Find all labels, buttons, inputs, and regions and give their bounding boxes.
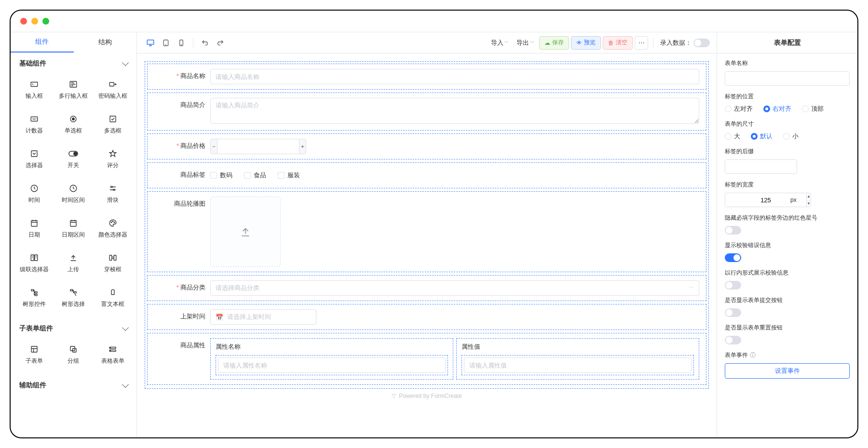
checkbox-box-icon [244,172,251,179]
component-label: 评分 [107,161,119,170]
cascader-icon [30,253,39,263]
component-radio[interactable]: 单选框 [54,109,94,139]
color-icon [108,218,117,228]
component-tree[interactable]: 树形控件 [14,283,54,313]
step-up-icon[interactable]: ▲ [807,193,811,200]
label-pos-left[interactable]: 左对齐 [725,105,753,113]
form-name-label: 表单名称 [725,59,850,67]
design-canvas[interactable]: *商品名称 商品简介 *商品价格 － ＋ [137,53,717,437]
counter-decrease-button[interactable]: － [210,139,217,154]
component-tree-select[interactable]: 树形选择 [54,283,94,313]
step-down-icon[interactable]: ▼ [807,200,811,207]
group-subform-header[interactable]: 子表单组件 [11,317,136,340]
label-width-stepper[interactable]: ▲▼ [725,193,787,207]
component-transfer[interactable]: 穿梭框 [93,248,133,278]
product-brief-textarea[interactable] [210,98,699,124]
field-product-carousel[interactable]: 商品轮播图 [147,191,706,272]
form-name-input[interactable] [725,71,850,86]
device-mobile-icon[interactable] [175,36,188,50]
show-submit-switch[interactable] [725,308,741,317]
device-desktop-icon[interactable] [144,36,157,50]
field-product-price[interactable]: *商品价格 － ＋ [147,133,706,159]
component-upload[interactable]: 上传 [54,248,94,278]
preview-button[interactable]: 👁预览 [571,36,601,50]
component-switch[interactable]: 开关 [54,144,94,174]
field-shelf-time[interactable]: 上架时间 📅 请选择上架时间 [147,304,706,330]
import-dropdown[interactable]: 导入﹀ [488,39,512,47]
traffic-maximize-icon[interactable] [42,18,49,25]
label-pos-top[interactable]: 顶部 [802,105,824,113]
tag-checkbox[interactable]: 数码 [210,171,232,180]
upload-box[interactable] [210,197,281,267]
component-table-form[interactable]: 表格表单 [93,340,133,369]
counter-value-input[interactable] [217,139,299,154]
component-slider[interactable]: 滑块 [93,179,133,209]
tab-components[interactable]: 组件 [11,32,74,53]
component-checkbox[interactable]: 多选框 [93,109,133,139]
label-pos-right[interactable]: 右对齐 [763,105,791,113]
traffic-minimize-icon[interactable] [31,18,38,25]
component-rich-text[interactable]: 富文本框 [93,283,133,313]
component-input[interactable]: 输入框 [14,75,54,105]
component-rate[interactable]: 评分 [93,144,133,174]
component-label: 级联选择器 [20,265,49,274]
attr-name-column[interactable]: 属性名称 [210,338,453,380]
component-label: 上传 [68,265,79,274]
set-event-button[interactable]: 设置事件 [725,363,850,379]
rate-icon [108,149,117,158]
tab-structure[interactable]: 结构 [74,32,137,53]
svg-rect-16 [70,220,76,226]
show-error-switch[interactable] [725,253,741,262]
size-large[interactable]: 大 [725,132,740,141]
redo-icon[interactable] [214,36,227,50]
field-product-tags[interactable]: 商品标签 数码食品服装 [147,162,706,188]
size-small[interactable]: 小 [783,132,799,141]
record-data-switch[interactable] [693,39,710,47]
field-product-category[interactable]: *商品分类 请选择商品分类 ﹀ [147,275,706,301]
component-time[interactable]: 时间 [14,179,54,209]
show-reset-switch[interactable] [725,336,741,344]
undo-icon[interactable] [198,36,212,50]
product-name-input[interactable] [210,69,699,84]
hide-star-switch[interactable] [725,226,741,235]
device-tablet-icon[interactable] [159,36,173,50]
more-menu-button[interactable]: ⋯ [635,36,648,50]
clear-button[interactable]: 🗑清空 [603,36,633,50]
inline-valid-switch[interactable] [725,281,741,290]
component-color[interactable]: 颜色选择器 [93,213,133,243]
shelf-time-datepicker[interactable]: 📅 请选择上架时间 [210,309,316,325]
checkbox-label: 服装 [287,171,300,180]
component-password[interactable]: 密码输入框 [93,75,133,105]
save-button[interactable]: ☁保存 [539,36,569,50]
tag-checkbox[interactable]: 食品 [244,171,266,180]
product-price-counter[interactable]: － ＋ [210,139,278,154]
label-suffix-input[interactable] [725,159,797,174]
group-basic-header[interactable]: 基础组件 [11,53,136,75]
date-range-icon [69,218,78,228]
component-textarea[interactable]: 多行输入框 [54,75,94,105]
traffic-close-icon[interactable] [20,18,27,25]
component-group[interactable]: 分组 [54,340,94,369]
component-date-range[interactable]: 日期区间 [54,213,94,243]
component-time-range[interactable]: 时间区间 [54,179,94,209]
component-select[interactable]: 选择器 [14,144,54,174]
component-counter[interactable]: 计数器 [14,109,54,139]
component-label: 开关 [68,161,79,170]
calendar-icon: 📅 [216,314,223,321]
group-aux-header[interactable]: 辅助组件 [11,374,136,396]
field-product-brief[interactable]: 商品简介 [147,92,706,131]
category-select[interactable]: 请选择商品分类 ﹀ [210,280,699,296]
attr-value-input[interactable] [464,357,692,373]
field-product-attrs[interactable]: 商品属性 属性名称 属性值 [147,333,706,385]
component-date[interactable]: 日期 [14,213,54,243]
size-default[interactable]: 默认 [751,132,773,141]
attr-value-column[interactable]: 属性值 [456,338,699,380]
component-subform[interactable]: 子表单 [14,340,54,369]
attr-name-input[interactable] [218,357,446,373]
counter-increase-button[interactable]: ＋ [299,139,306,154]
field-product-name[interactable]: *商品名称 [147,64,706,90]
component-cascader[interactable]: 级联选择器 [14,248,54,278]
tag-checkbox[interactable]: 服装 [278,171,300,180]
chevron-down-icon: ﹀ [689,285,694,291]
export-dropdown[interactable]: 导出﹀ [514,39,537,47]
